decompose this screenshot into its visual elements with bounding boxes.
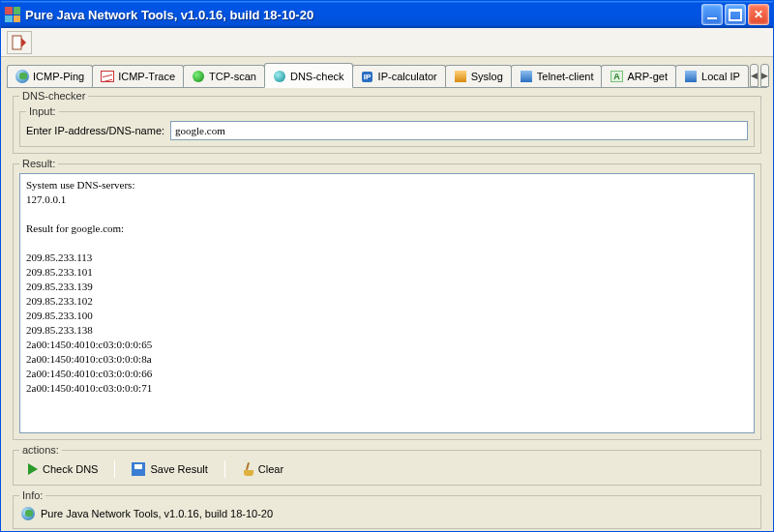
- tab-dns-check[interactable]: DNS-check: [264, 63, 353, 88]
- tab-icmp-trace[interactable]: ICMP-Trace: [92, 65, 184, 87]
- save-icon: [132, 462, 145, 476]
- input-label: Enter IP-address/DNS-name:: [26, 125, 164, 136]
- tab-syslog[interactable]: Syslog: [445, 65, 512, 87]
- info-text: Pure Java Network Tools, v1.0.16, build …: [41, 508, 273, 519]
- result-textarea[interactable]: System use DNS-servers: 127.0.0.1 Result…: [19, 173, 755, 433]
- actions-legend: actions:: [19, 444, 62, 456]
- info-legend: Info:: [19, 489, 45, 501]
- result-legend: Result:: [19, 158, 58, 169]
- tab-label: DNS-check: [290, 71, 344, 82]
- ip-badge-icon: IP: [361, 70, 374, 83]
- clear-icon: [242, 462, 253, 476]
- tab-scroll-right[interactable]: ▶: [760, 64, 769, 87]
- app-window: Pure Java Network Tools, v1.0.16, build …: [0, 0, 774, 532]
- info-group: Info: Pure Java Network Tools, v1.0.16, …: [13, 489, 761, 529]
- globe-icon: [15, 70, 29, 83]
- app-icon: [5, 7, 20, 22]
- tab-label: Local IP: [701, 71, 740, 82]
- tab-ip-calculator[interactable]: IP IP-calculator: [352, 65, 446, 87]
- nic-icon: [684, 70, 698, 83]
- tab-icmp-ping[interactable]: ICMP-Ping: [7, 65, 93, 87]
- actions-group: actions: Check DNS Save Result Clear: [13, 444, 761, 486]
- tab-local-ip[interactable]: Local IP: [675, 65, 749, 87]
- tab-label: IP-calculator: [378, 71, 437, 82]
- tab-telnet-client[interactable]: Telnet-client: [511, 65, 603, 87]
- tabbar: ICMP-Ping ICMP-Trace TCP-scan DNS-check …: [1, 57, 773, 87]
- close-button[interactable]: [748, 4, 769, 25]
- tab-label: Telnet-client: [537, 71, 594, 82]
- exit-button[interactable]: [7, 31, 32, 54]
- dns-checker-group: DNS-checker Input: Enter IP-address/DNS-…: [13, 90, 761, 154]
- tab-label: TCP-scan: [209, 71, 256, 82]
- result-group: Result: System use DNS-servers: 127.0.0.…: [13, 158, 761, 440]
- globe-icon: [21, 507, 35, 520]
- clear-button[interactable]: Clear: [233, 459, 292, 479]
- button-label: Clear: [258, 463, 283, 475]
- dns-name-input[interactable]: [170, 121, 748, 140]
- arp-icon: A: [610, 70, 623, 83]
- maximize-button[interactable]: [725, 4, 746, 25]
- toolbar: [1, 28, 773, 57]
- window-title: Pure Java Network Tools, v1.0.16, build …: [25, 8, 701, 22]
- doc-icon: [454, 70, 467, 83]
- tab-arp-get[interactable]: A ARP-get: [601, 65, 676, 87]
- chart-icon: [101, 70, 114, 83]
- play-icon: [28, 463, 38, 475]
- tab-tcp-scan[interactable]: TCP-scan: [183, 65, 265, 87]
- dot-green-icon: [192, 70, 205, 83]
- save-result-button[interactable]: Save Result: [123, 459, 216, 479]
- input-group: Input: Enter IP-address/DNS-name:: [19, 105, 755, 147]
- tab-label: Syslog: [471, 71, 503, 82]
- button-label: Save Result: [150, 463, 207, 475]
- svg-rect-0: [13, 36, 21, 49]
- dot-teal-icon: [273, 70, 286, 83]
- tab-scroll-left[interactable]: ◀: [750, 64, 759, 87]
- check-dns-button[interactable]: Check DNS: [19, 460, 106, 478]
- titlebar[interactable]: Pure Java Network Tools, v1.0.16, build …: [1, 1, 773, 28]
- input-legend: Input:: [26, 105, 59, 117]
- group-title: DNS-checker: [19, 90, 88, 102]
- tab-content: DNS-checker Input: Enter IP-address/DNS-…: [7, 87, 767, 531]
- tab-label: ARP-get: [627, 71, 668, 82]
- separator: [114, 460, 115, 478]
- button-label: Check DNS: [43, 463, 98, 475]
- separator: [224, 460, 225, 478]
- minimize-button[interactable]: [701, 4, 723, 25]
- tab-label: ICMP-Ping: [33, 71, 84, 82]
- exit-icon: [12, 35, 27, 50]
- terminal-icon: [520, 70, 533, 83]
- tab-label: ICMP-Trace: [118, 71, 175, 82]
